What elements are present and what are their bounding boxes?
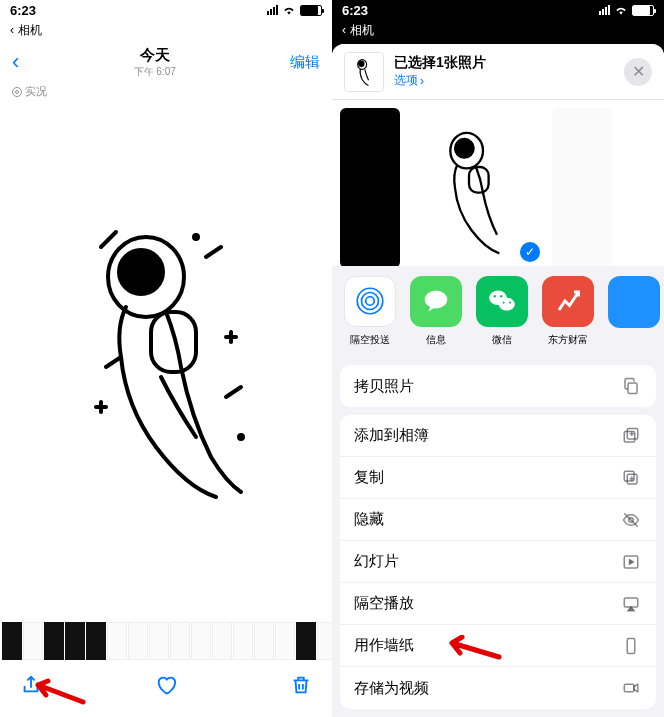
copy-icon bbox=[620, 377, 642, 395]
svg-point-8 bbox=[239, 435, 243, 439]
airdrop-app[interactable]: 隔空投送 bbox=[344, 276, 396, 347]
close-button[interactable]: ✕ bbox=[624, 58, 652, 86]
eastmoney-app[interactable]: 东方财富 bbox=[542, 276, 594, 347]
phone-icon bbox=[620, 637, 642, 655]
copy-photo-row[interactable]: 拷贝照片 bbox=[340, 365, 656, 407]
edit-button[interactable]: 编辑 bbox=[290, 53, 320, 72]
album-add-icon bbox=[620, 427, 642, 445]
svg-rect-24 bbox=[628, 383, 637, 394]
nav-bar: ‹ 今天 下午 6:07 编辑 bbox=[0, 40, 332, 84]
video-icon bbox=[620, 679, 642, 697]
back-source: ‹相机 bbox=[0, 20, 332, 40]
airplay-icon bbox=[620, 595, 642, 613]
use-as-wallpaper-row[interactable]: 用作墙纸 bbox=[340, 625, 656, 667]
svg-point-10 bbox=[359, 61, 364, 66]
share-sheet: 已选择1张照片 选项› ✕ ✓ 隔空投送 bbox=[332, 44, 664, 717]
svg-point-17 bbox=[425, 291, 448, 309]
sheet-options[interactable]: 选项› bbox=[394, 72, 614, 89]
eye-off-icon bbox=[620, 511, 642, 529]
svg-rect-13 bbox=[469, 167, 489, 193]
hide-row[interactable]: 隐藏 bbox=[340, 499, 656, 541]
slideshow-row[interactable]: 幻灯片 bbox=[340, 541, 656, 583]
back-button[interactable]: ‹ bbox=[12, 49, 19, 75]
status-bar: 6:23 bbox=[332, 0, 664, 20]
svg-point-22 bbox=[503, 302, 505, 304]
sheet-title: 已选择1张照片 bbox=[394, 54, 614, 72]
svg-point-19 bbox=[499, 298, 515, 311]
airplay-row[interactable]: 隔空播放 bbox=[340, 583, 656, 625]
svg-rect-33 bbox=[627, 638, 635, 653]
action-group-1: 拷贝照片 bbox=[340, 365, 656, 407]
page-title: 今天 bbox=[134, 46, 176, 65]
bottom-toolbar bbox=[0, 663, 332, 711]
svg-point-20 bbox=[494, 295, 496, 297]
signal-icon bbox=[599, 5, 610, 15]
sheet-thumb bbox=[344, 52, 384, 92]
battery-icon bbox=[300, 5, 322, 16]
svg-rect-32 bbox=[624, 598, 638, 607]
svg-point-15 bbox=[362, 293, 379, 310]
preview-strip[interactable]: ✓ bbox=[332, 100, 664, 265]
back-source: ‹相机 bbox=[332, 20, 664, 40]
svg-rect-34 bbox=[624, 684, 634, 692]
svg-line-6 bbox=[226, 387, 241, 397]
svg-point-7 bbox=[194, 235, 198, 239]
live-photo-badge: 实况 bbox=[0, 84, 332, 99]
wechat-app[interactable]: 微信 bbox=[476, 276, 528, 347]
status-bar: 6:23 bbox=[0, 0, 332, 20]
wifi-icon bbox=[282, 5, 296, 15]
page-subtitle: 下午 6:07 bbox=[134, 65, 176, 79]
delete-button[interactable] bbox=[290, 674, 312, 700]
add-to-album-row[interactable]: 添加到相簿 bbox=[340, 415, 656, 457]
duplicate-row[interactable]: 复制 bbox=[340, 457, 656, 499]
live-icon bbox=[12, 87, 22, 97]
thumbnail-strip[interactable] bbox=[0, 619, 332, 663]
duplicate-icon bbox=[620, 469, 642, 487]
share-button[interactable] bbox=[20, 674, 42, 700]
battery-icon bbox=[632, 5, 654, 16]
svg-point-1 bbox=[119, 250, 163, 294]
photo-view[interactable] bbox=[0, 99, 332, 619]
save-as-video-row[interactable]: 存储为视频 bbox=[340, 667, 656, 709]
messages-app[interactable]: 信息 bbox=[410, 276, 462, 347]
wifi-icon bbox=[614, 5, 628, 15]
status-time: 6:23 bbox=[10, 3, 36, 18]
svg-line-5 bbox=[106, 357, 121, 367]
status-time: 6:23 bbox=[342, 3, 368, 18]
svg-point-14 bbox=[366, 297, 375, 306]
svg-rect-28 bbox=[624, 471, 634, 481]
app-share-row: 隔空投送 信息 微信 东方财富 bbox=[332, 266, 664, 357]
svg-point-23 bbox=[509, 302, 511, 304]
check-icon: ✓ bbox=[520, 242, 540, 262]
svg-point-21 bbox=[500, 295, 502, 297]
action-group-2: 添加到相簿 复制 隐藏 幻灯片 隔空播放 bbox=[340, 415, 656, 709]
more-app[interactable] bbox=[608, 276, 660, 347]
astronaut-drawing bbox=[66, 207, 266, 511]
svg-point-12 bbox=[455, 139, 474, 158]
play-icon bbox=[620, 553, 642, 571]
favorite-button[interactable] bbox=[155, 674, 177, 700]
svg-rect-2 bbox=[151, 312, 196, 372]
signal-icon bbox=[267, 5, 278, 15]
svg-line-3 bbox=[101, 232, 116, 247]
selected-preview[interactable]: ✓ bbox=[406, 108, 546, 265]
svg-line-4 bbox=[206, 247, 221, 257]
